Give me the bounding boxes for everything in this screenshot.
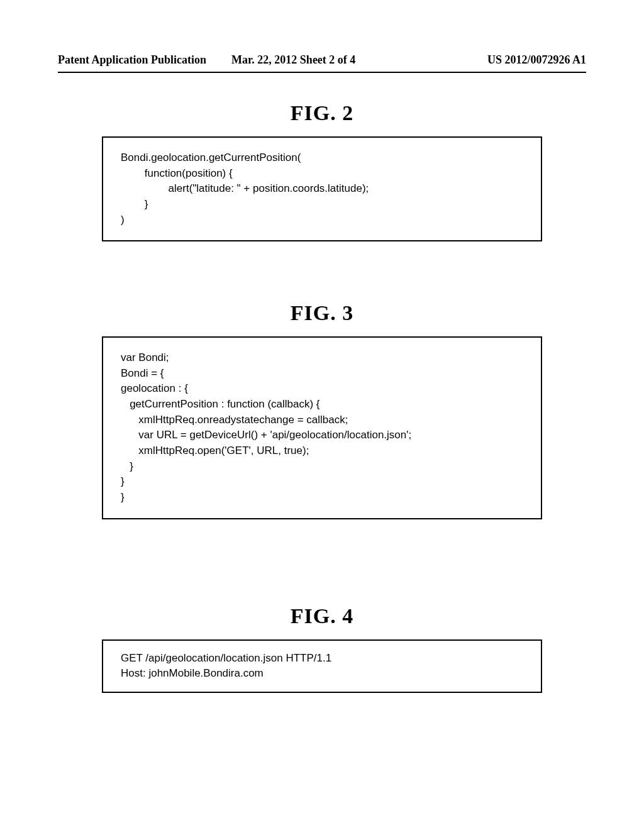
figure-2-code: Bondi.geolocation.getCurrentPosition( fu… [121, 150, 523, 228]
page-header: Patent Application Publication Mar. 22, … [0, 0, 644, 67]
figure-4-code-box: GET /api/geolocation/location.json HTTP/… [102, 639, 542, 693]
figure-3-title: FIG. 3 [0, 301, 644, 325]
header-left-text: Patent Application Publication [58, 53, 206, 67]
figure-2-code-box: Bondi.geolocation.getCurrentPosition( fu… [102, 136, 542, 241]
figure-4-code: GET /api/geolocation/location.json HTTP/… [121, 651, 523, 682]
figure-2-title: FIG. 2 [0, 101, 644, 125]
figure-4-title: FIG. 4 [0, 604, 644, 628]
header-right-text: US 2012/0072926 A1 [487, 53, 586, 67]
header-divider [58, 72, 586, 73]
figure-3-code: var Bondi; Bondi = { geolocation : { get… [121, 350, 523, 505]
header-center-text: Mar. 22, 2012 Sheet 2 of 4 [231, 53, 355, 67]
figure-3-code-box: var Bondi; Bondi = { geolocation : { get… [102, 336, 542, 519]
